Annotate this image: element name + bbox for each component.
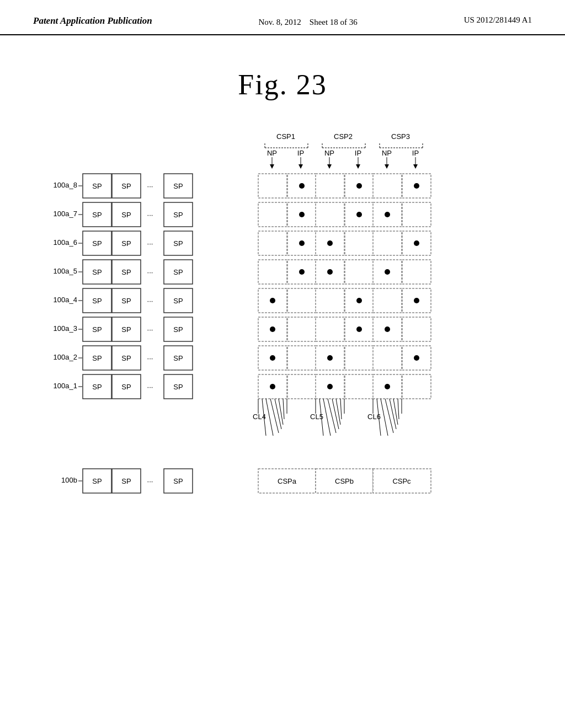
svg-point-138	[414, 355, 419, 361]
svg-rect-67	[345, 231, 374, 255]
svg-text:···: ···	[147, 325, 153, 334]
svg-point-101	[356, 298, 362, 303]
svg-text:···: ···	[147, 477, 153, 485]
svg-point-30	[299, 183, 305, 189]
svg-rect-98	[287, 288, 316, 313]
svg-point-114	[270, 326, 275, 332]
svg-point-104	[414, 298, 419, 303]
svg-marker-10	[270, 164, 274, 169]
svg-text:SP: SP	[121, 297, 131, 305]
svg-rect-62	[258, 231, 287, 255]
ip1-header: IP	[297, 149, 304, 157]
header-center: Nov. 8, 2012 Sheet 18 of 36	[258, 15, 357, 29]
svg-text:SP: SP	[173, 354, 183, 362]
svg-point-154	[385, 384, 390, 389]
diagram-svg: CSP1 CSP2 CSP3 NP IP NP	[28, 127, 535, 667]
svg-text:···: ···	[147, 239, 153, 248]
svg-line-162	[279, 399, 283, 425]
row-label-8: 100a_8	[54, 181, 77, 189]
row-label-3: 100a_3	[54, 324, 77, 333]
cspa-label: CSPa	[278, 477, 297, 485]
svg-text:SP: SP	[92, 325, 102, 334]
svg-rect-155	[402, 374, 431, 399]
np3-header: NP	[382, 149, 392, 157]
ip2-header: IP	[355, 149, 361, 157]
svg-rect-135	[345, 346, 374, 370]
svg-rect-121	[402, 317, 431, 341]
svg-rect-136	[373, 346, 402, 370]
svg-text:SP: SP	[92, 354, 102, 362]
svg-rect-149	[287, 374, 316, 399]
patent-number: US 2012/281449 A1	[464, 15, 532, 25]
svg-text:SP: SP	[92, 297, 102, 305]
svg-line-161	[275, 399, 281, 429]
svg-line-179	[398, 399, 399, 419]
svg-line-178	[393, 399, 398, 425]
svg-point-83	[327, 269, 333, 275]
svg-line-159	[266, 399, 273, 436]
svg-text:SP: SP	[173, 182, 183, 190]
svg-text:SP: SP	[92, 477, 102, 485]
svg-line-169	[332, 399, 339, 429]
svg-rect-84	[345, 260, 374, 284]
svg-point-64	[299, 240, 305, 246]
cspc-label: CSPc	[392, 477, 411, 485]
row-label-6: 100a_6	[54, 238, 77, 247]
svg-text:SP: SP	[121, 383, 131, 391]
svg-text:SP: SP	[92, 182, 102, 190]
row-label-4: 100a_4	[54, 296, 77, 304]
svg-rect-152	[345, 374, 374, 399]
svg-point-33	[356, 183, 362, 189]
svg-line-171	[340, 399, 342, 419]
svg-rect-79	[258, 260, 287, 284]
svg-text:SP: SP	[121, 325, 131, 334]
svg-line-177	[390, 399, 396, 429]
svg-rect-31	[316, 174, 344, 198]
pub-date: Nov. 8, 2012	[258, 18, 301, 26]
csp3-label: CSP3	[391, 132, 410, 141]
svg-text:SP: SP	[173, 268, 183, 276]
svg-rect-28	[258, 174, 287, 198]
svg-text:SP: SP	[173, 383, 183, 391]
figure-title: Fig. 23	[0, 68, 565, 101]
svg-rect-68	[373, 231, 402, 255]
svg-point-66	[327, 240, 333, 246]
svg-point-52	[385, 212, 390, 217]
svg-point-36	[414, 183, 419, 189]
page-header: Patent Application Publication Nov. 8, 2…	[0, 0, 565, 35]
row-label-100b: 100b	[61, 476, 77, 484]
svg-marker-12	[299, 164, 303, 169]
row-label-2: 100a_2	[54, 353, 77, 361]
row-label-5: 100a_5	[54, 267, 77, 275]
svg-point-148	[270, 384, 275, 389]
ip3-header: IP	[412, 149, 419, 157]
svg-text:SP: SP	[121, 477, 131, 485]
svg-text:SP: SP	[92, 268, 102, 276]
svg-text:···: ···	[147, 182, 153, 190]
svg-rect-132	[287, 346, 316, 370]
svg-rect-45	[258, 202, 287, 227]
svg-text:···: ···	[147, 211, 153, 219]
csp2-label: CSP2	[334, 132, 353, 141]
svg-rect-48	[316, 202, 344, 227]
svg-text:SP: SP	[173, 325, 183, 334]
svg-point-50	[356, 212, 362, 217]
publication-label: Patent Application Publication	[33, 15, 152, 26]
svg-point-97	[270, 298, 275, 303]
svg-rect-99	[316, 288, 344, 313]
svg-point-81	[299, 269, 305, 275]
svg-text:···: ···	[147, 268, 153, 276]
svg-marker-18	[385, 164, 389, 169]
svg-text:SP: SP	[121, 239, 131, 248]
svg-text:SP: SP	[92, 239, 102, 248]
row-label-7: 100a_7	[54, 210, 77, 218]
svg-text:SP: SP	[121, 354, 131, 362]
svg-line-175	[381, 399, 388, 436]
svg-line-163	[283, 399, 284, 419]
svg-rect-87	[402, 260, 431, 284]
np2-header: NP	[324, 149, 334, 157]
svg-text:SP: SP	[92, 383, 102, 391]
main-content: Patent Application Publication Nov. 8, 2…	[0, 0, 565, 728]
svg-point-86	[385, 269, 390, 275]
svg-rect-102	[373, 288, 402, 313]
